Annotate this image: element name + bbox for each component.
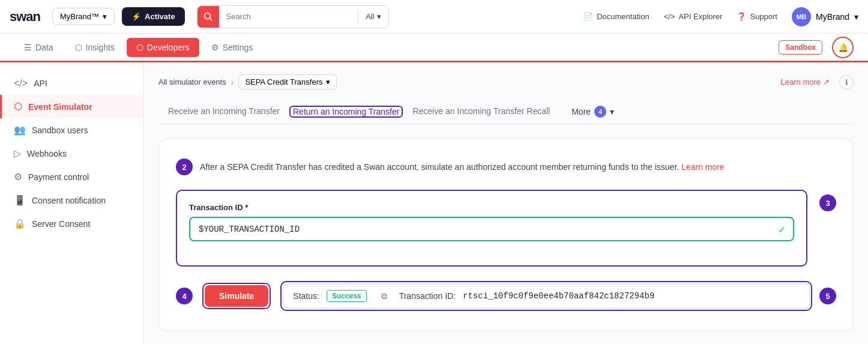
code-icon: </>	[14, 78, 28, 89]
nav-developers-label: Developers	[147, 43, 190, 52]
description-body: After a SEPA Credit Transfer has credite…	[200, 162, 679, 172]
nav-item-settings[interactable]: ⚙ Settings	[202, 38, 263, 57]
chevron-down-icon: ▾	[610, 107, 614, 116]
brand-dropdown[interactable]: MyBrand™ ▾	[52, 8, 115, 25]
search-icon	[203, 12, 213, 22]
more-button[interactable]: More 4 ▾	[564, 101, 621, 122]
learn-link-label: Learn more	[681, 162, 725, 172]
simulate-button[interactable]: Simulate	[205, 285, 268, 307]
info-icon: ℹ	[845, 78, 848, 86]
status-badge: Success	[327, 290, 367, 302]
nav-data-label: Data	[35, 43, 53, 52]
sidebar-item-payment-control[interactable]: ⚙ Payment control	[0, 165, 143, 189]
sidebar-item-webhooks[interactable]: ▷ Webhooks	[0, 142, 143, 165]
description-text: After a SEPA Credit Transfer has credite…	[200, 160, 725, 174]
result-section: Status: Success ⧉ Transaction ID: rtsci_…	[280, 281, 836, 311]
info-button[interactable]: ℹ	[839, 75, 854, 89]
tab-return[interactable]: Return an Incoming Transfer	[289, 106, 403, 118]
search-icon-wrap	[197, 6, 219, 28]
bell-area: 🔔	[832, 37, 854, 58]
result-border: Status: Success ⧉ Transaction ID: rtsci_…	[280, 281, 812, 311]
breadcrumb-root[interactable]: All simulator events	[158, 77, 226, 86]
check-icon: ✓	[778, 223, 786, 235]
tab-return-label: Return an Incoming Transfer	[293, 107, 399, 116]
sidebar-item-sandbox-users[interactable]: 👥 Sandbox users	[0, 118, 143, 142]
sidebar-label-consent-notification: Consent notification	[32, 196, 106, 205]
sidebar-label-sandbox-users: Sandbox users	[32, 125, 88, 135]
svg-line-1	[209, 18, 212, 20]
tab-recall[interactable]: Receive an Incoming Transfer Recall	[403, 99, 559, 124]
breadcrumb-sepa[interactable]: SEPA Credit Transfers ▾	[238, 74, 337, 89]
sidebar-label-event-simulator: Event Simulator	[28, 102, 92, 112]
sidebar-item-api[interactable]: </> API	[0, 72, 143, 95]
nav-insights-label: Insights	[86, 43, 115, 52]
search-input[interactable]	[219, 7, 358, 26]
breadcrumb-current: SEPA Credit Transfers	[245, 77, 322, 86]
nav-links: 📄 Documentation </> API Explorer ❓ Suppo…	[583, 7, 858, 26]
result-box: Status: Success ⧉ Transaction ID: rtsci_…	[283, 283, 810, 309]
tab-receive[interactable]: Receive an Incoming Transfer	[158, 99, 289, 124]
support-link[interactable]: ❓ Support	[737, 12, 777, 21]
tabs-container: Receive an Incoming Transfer Return an I…	[158, 99, 854, 124]
sandbox-badge: Sandbox	[779, 40, 822, 55]
simulate-border: Simulate	[202, 283, 271, 309]
api-label: API Explorer	[678, 12, 722, 21]
chevron-down-icon: ▾	[103, 12, 107, 21]
sidebar-label-api: API	[34, 79, 47, 88]
transaction-id-field-wrapper: ✓	[189, 217, 794, 241]
tab-receive-label: Receive an Incoming Transfer	[168, 106, 280, 116]
sidebar-item-server-consent[interactable]: 🔒 Server Consent	[0, 212, 143, 235]
data-icon: ☰	[24, 43, 32, 52]
transaction-id-group: Transaction ID * ✓	[189, 203, 794, 241]
copy-icon[interactable]: ⧉	[381, 291, 387, 301]
nav-item-developers[interactable]: ⬡ Developers	[127, 38, 199, 57]
sidebar-label-webhooks: Webhooks	[27, 149, 67, 158]
top-nav: swan MyBrand™ ▾ ⚡ Activate All ▾ 📄 Docum…	[0, 0, 868, 34]
simulate-section: 4 Simulate Status: Success ⧉ Transaction…	[176, 281, 836, 311]
notification-button[interactable]: 🔔	[832, 37, 854, 58]
activate-button[interactable]: ⚡ Activate	[122, 7, 185, 26]
main-layout: </> API ⬡ Event Simulator 👥 Sandbox user…	[0, 62, 868, 344]
user-avatar: MB	[792, 7, 811, 26]
step-5-indicator: 5	[819, 288, 836, 304]
api-explorer-link[interactable]: </> API Explorer	[664, 12, 723, 21]
sidebar-label-server-consent: Server Consent	[32, 219, 90, 229]
consent-icon: 📱	[14, 195, 26, 206]
transaction-id-input[interactable]	[199, 225, 769, 234]
lightning-icon: ⚡	[131, 12, 141, 21]
external-link-icon: ↗	[823, 77, 830, 86]
search-filter-dropdown[interactable]: All ▾	[358, 12, 388, 21]
tx-id-value: rtsci_10f9c0f9e0ee4b70aaf842c1827294b9	[463, 291, 654, 301]
form-box: Transaction ID * ✓	[176, 190, 807, 267]
users-icon: 👥	[14, 124, 26, 136]
breadcrumb-separator: ›	[231, 77, 234, 87]
sidebar-label-payment-control: Payment control	[28, 172, 89, 182]
description-row: 2 After a SEPA Credit Transfer has credi…	[176, 158, 836, 175]
server-icon: 🔒	[14, 218, 26, 229]
content-area: All simulator events › SEPA Credit Trans…	[144, 62, 868, 344]
step-2-indicator: 2	[176, 158, 193, 175]
more-count-badge: 4	[594, 106, 606, 118]
simulate-btn-wrapper: Simulate	[202, 283, 271, 309]
nav-item-data[interactable]: ☰ Data	[14, 38, 63, 57]
doc-icon: 📄	[583, 12, 593, 21]
sidebar: </> API ⬡ Event Simulator 👥 Sandbox user…	[0, 62, 144, 344]
documentation-link[interactable]: 📄 Documentation	[583, 12, 649, 21]
learn-more-link[interactable]: Learn more ↗	[781, 77, 830, 86]
transaction-id-label: Transaction ID *	[189, 203, 794, 212]
step-4-indicator: 4	[176, 288, 193, 304]
simulator-icon: ⬡	[14, 101, 22, 112]
user-menu[interactable]: MB MyBrand ▾	[792, 7, 858, 26]
secondary-nav: ☰ Data ⬡ Insights ⬡ Developers ⚙ Setting…	[0, 34, 868, 62]
tx-label: Transaction ID:	[399, 291, 456, 301]
step-3-indicator: 3	[819, 195, 836, 211]
user-label: MyBrand	[816, 12, 849, 22]
payment-icon: ⚙	[14, 171, 22, 183]
sidebar-item-consent-notification[interactable]: 📱 Consent notification	[0, 189, 143, 212]
chevron-down-icon: ▾	[854, 12, 858, 22]
sidebar-item-event-simulator[interactable]: ⬡ Event Simulator	[0, 95, 143, 118]
nav-item-insights[interactable]: ⬡ Insights	[65, 38, 124, 57]
learn-more-label: Learn more	[781, 77, 821, 86]
description-learn-more[interactable]: Learn more	[681, 162, 725, 172]
form-section: Transaction ID * ✓ 3	[176, 190, 836, 267]
